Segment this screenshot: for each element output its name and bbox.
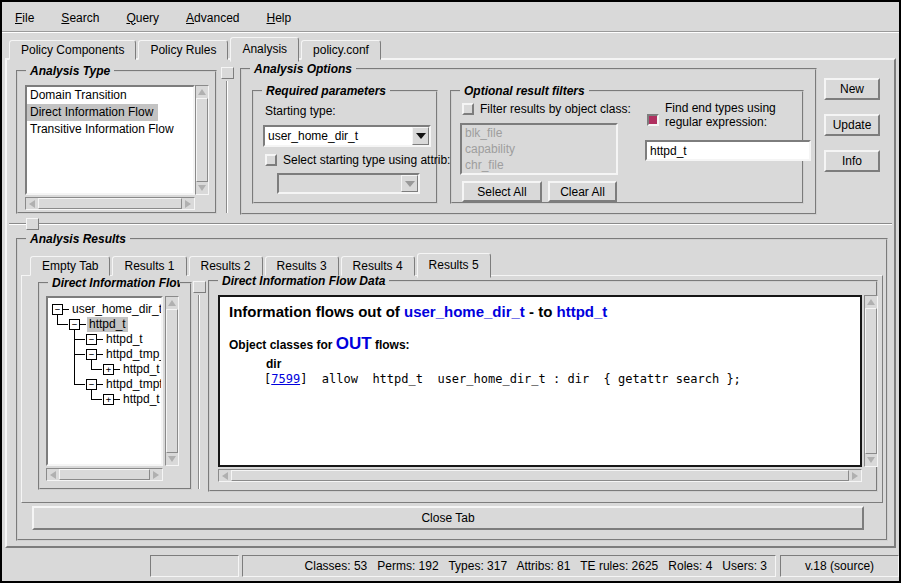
tree-connector-line <box>57 315 58 325</box>
pane-sash-handle-2[interactable] <box>26 218 39 230</box>
menu-search[interactable]: Search <box>56 9 104 27</box>
tree-expander-collapse-icon[interactable]: − <box>86 349 97 360</box>
pane-sash-handle-1[interactable] <box>221 67 234 79</box>
analysis-type-frame: Analysis Type Domain TransitionDirect In… <box>16 70 217 214</box>
tree-expander-collapse-icon[interactable]: − <box>86 379 97 390</box>
scroll-down-icon[interactable] <box>867 457 875 463</box>
tree-node-httpd-t[interactable]: httpd_t <box>121 392 162 407</box>
scroll-thumb[interactable] <box>166 309 178 453</box>
filter-object-class-checkbox[interactable] <box>462 103 474 115</box>
scroll-left-icon[interactable] <box>50 471 56 479</box>
pane-sash-line-2[interactable] <box>9 223 892 225</box>
object-class-item-capability[interactable]: capability <box>462 141 616 157</box>
scroll-right-icon[interactable] <box>852 472 858 480</box>
update-button[interactable]: Update <box>824 114 880 136</box>
tree-expander-collapse-icon[interactable]: − <box>86 334 97 345</box>
status-stats-panel: Classes: 53 Perms: 192 Types: 317 Attrib… <box>242 555 776 577</box>
attrib-dropdown-icon[interactable] <box>401 175 418 192</box>
flow-data-text[interactable]: Information flows out of user_home_dir_t… <box>218 295 862 467</box>
status-version-panel: v.18 (source) <box>780 555 899 577</box>
scroll-up-icon[interactable] <box>867 299 875 305</box>
scroll-thumb[interactable] <box>865 308 877 454</box>
results-tab-results-1[interactable]: Results 1 <box>112 256 186 276</box>
flow-data-vscrollbar[interactable] <box>864 295 878 467</box>
tree-connector-line <box>92 399 102 400</box>
analysis-type-item-domain-transition[interactable]: Domain Transition <box>27 87 193 104</box>
tree-node-user-home-dir-t[interactable]: user_home_dir_t <box>70 302 163 317</box>
object-class-item-blk-file[interactable]: blk_file <box>462 125 616 141</box>
analysis-type-vscrollbar[interactable] <box>195 85 209 195</box>
flow-tree-hscrollbar[interactable] <box>46 468 163 481</box>
status-version-text: v.18 (source) <box>805 559 874 573</box>
close-tab-button[interactable]: Close Tab <box>32 506 864 530</box>
tab-analysis[interactable]: Analysis <box>230 37 299 62</box>
analysis-type-item-transitive-information-flow[interactable]: Transitive Information Flow <box>27 121 193 138</box>
tree-connector-line <box>63 309 69 310</box>
flow-data-frame: Direct Information Flow Data Information… <box>208 280 878 492</box>
pane-sash-line-1[interactable] <box>226 81 228 213</box>
flow-data-hscrollbar[interactable] <box>218 469 862 482</box>
scroll-up-icon[interactable] <box>168 300 176 306</box>
results-tab-results-5[interactable]: Results 5 <box>417 253 491 278</box>
pane-sash-handle-3[interactable] <box>193 281 206 293</box>
results-tab-results-3[interactable]: Results 3 <box>265 256 339 276</box>
flow-tree-vscrollbar[interactable] <box>165 296 179 466</box>
tree-connector-line <box>97 384 103 385</box>
scroll-thumb[interactable] <box>38 198 182 209</box>
tree-connector-line <box>114 369 120 370</box>
scroll-down-icon[interactable] <box>168 456 176 462</box>
tree-expander-expand-icon[interactable]: + <box>103 394 114 405</box>
results-tab-results-4[interactable]: Results 4 <box>341 256 415 276</box>
tree-node-httpd-t[interactable]: httpd_t <box>104 332 145 347</box>
menu-file[interactable]: File <box>10 9 39 27</box>
tree-node-httpd-tmpfs-t[interactable]: httpd_tmpfs_t <box>104 377 163 392</box>
apol-window: FileSearchQueryAdvancedHelp Policy Compo… <box>0 0 901 583</box>
analysis-type-item-direct-information-flow[interactable]: Direct Information Flow <box>27 104 158 121</box>
tree-node-httpd-t[interactable]: httpd_t <box>121 362 162 377</box>
flow-rule: [7599] allow httpd_t user_home_dir_t : d… <box>264 372 851 386</box>
scroll-thumb[interactable] <box>231 470 849 481</box>
starting-type-dropdown-icon[interactable] <box>412 127 429 145</box>
scroll-up-icon[interactable] <box>198 89 206 95</box>
menu-help[interactable]: Help <box>261 9 296 27</box>
tree-expander-expand-icon[interactable]: + <box>103 364 114 375</box>
menu-query[interactable]: Query <box>121 9 164 27</box>
new-button[interactable]: New <box>824 78 880 100</box>
tree-connector-line <box>58 324 68 325</box>
results-tab-empty-tab[interactable]: Empty Tab <box>30 256 110 276</box>
tree-expander-collapse-icon[interactable]: − <box>69 319 80 330</box>
scroll-right-icon[interactable] <box>153 471 159 479</box>
tab-policy-conf[interactable]: policy.conf <box>301 40 381 60</box>
tab-policy-components[interactable]: Policy Components <box>9 40 136 60</box>
results-tab-results-2[interactable]: Results 2 <box>189 256 263 276</box>
menu-advanced[interactable]: Advanced <box>181 9 244 27</box>
analysis-type-hscrollbar[interactable] <box>25 197 195 210</box>
scroll-thumb[interactable] <box>59 469 150 480</box>
flow-tree[interactable]: −user_home_dir_t−httpd_t−httpd_t−httpd_t… <box>46 296 163 466</box>
regex-checkbox[interactable] <box>647 114 659 126</box>
pane-sash-line-3[interactable] <box>198 295 200 489</box>
starting-type-input[interactable] <box>265 127 412 145</box>
scroll-left-icon[interactable] <box>29 200 35 208</box>
tree-connector-line <box>91 390 92 400</box>
scroll-down-icon[interactable] <box>198 185 206 191</box>
info-button[interactable]: Info <box>824 150 880 172</box>
object-class-listbox[interactable]: blk_filecapabilitychr_file <box>460 123 618 175</box>
object-class-item-chr-file[interactable]: chr_file <box>462 157 616 173</box>
clear-all-button[interactable]: Clear All <box>548 181 617 202</box>
flow-target-type: httpd_t <box>557 303 608 320</box>
analysis-type-listbox[interactable]: Domain TransitionDirect Information Flow… <box>25 85 195 195</box>
attrib-input[interactable] <box>279 175 401 192</box>
tree-expander-collapse-icon[interactable]: − <box>52 304 63 315</box>
regex-input[interactable] <box>647 142 809 159</box>
attrib-checkbox[interactable] <box>265 154 277 166</box>
rule-id-link[interactable]: 7599 <box>271 372 300 386</box>
tree-node-httpd-t[interactable]: httpd_t <box>87 317 128 332</box>
scroll-left-icon[interactable] <box>222 472 228 480</box>
scroll-right-icon[interactable] <box>185 200 191 208</box>
select-all-button[interactable]: Select All <box>462 181 542 202</box>
tree-node-httpd-tmp-t[interactable]: httpd_tmp_t <box>104 347 163 362</box>
tree-connector-line <box>74 330 75 385</box>
scroll-thumb[interactable] <box>196 98 208 182</box>
tab-policy-rules[interactable]: Policy Rules <box>138 40 228 60</box>
